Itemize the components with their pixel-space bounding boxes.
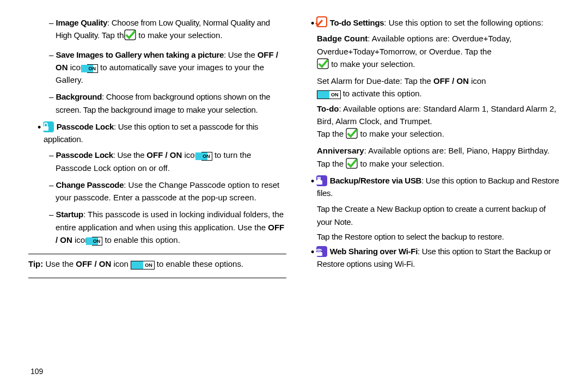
label: Backup/Restore via USB — [330, 176, 421, 185]
label: Background — [56, 92, 102, 101]
text: Tap the — [317, 159, 344, 168]
checkmark-icon — [131, 29, 136, 44]
item-todo-settings: • To-do Settings: Use this option to set… — [302, 16, 560, 29]
item-save-images: – Save Images to Gallery when taking a p… — [28, 48, 286, 87]
label: Passcode Lock — [57, 122, 114, 131]
text: icon — [113, 259, 128, 268]
lock-icon — [43, 121, 54, 132]
svg-rect-6 — [317, 177, 321, 180]
text: icon — [471, 76, 486, 85]
item-background: – Background: Choose from background opt… — [28, 90, 286, 116]
item-startup: – Startup: This passcode is used in lock… — [28, 208, 286, 246]
off-on-label: OFF / ON — [146, 150, 182, 160]
manual-page: – Image Quality: Choose from Low Quality… — [0, 0, 588, 392]
label: To-do — [317, 104, 339, 113]
svg-rect-5 — [316, 180, 322, 185]
text: : Available options are: Standard Alarm … — [317, 104, 556, 126]
svg-rect-7 — [318, 177, 318, 178]
tip-label: Tip: — [28, 259, 43, 268]
label: Image Quality — [56, 18, 107, 27]
left-column: – Image Quality: Choose from Low Quality… — [21, 16, 294, 381]
text: to make your selection. — [360, 129, 444, 138]
text: to make your selection. — [138, 30, 222, 40]
divider — [28, 278, 286, 278]
svg-rect-1 — [43, 126, 48, 131]
text: to make your selection. — [331, 59, 415, 69]
off-on-label: OFF / ON — [433, 76, 469, 85]
item-passcode-lock: • Passcode Lock: Use this option to set … — [28, 120, 286, 146]
text: : Use this option to set the following o… — [384, 18, 543, 27]
usb-icon — [316, 175, 327, 186]
page-number: 109 — [30, 367, 43, 376]
label: Change Passcode — [56, 180, 124, 189]
text: Tap the — [465, 47, 492, 56]
text: Tap the — [317, 129, 344, 138]
tip-line: Tip: Use the OFF / ON icon ON to enable … — [28, 258, 286, 270]
on-toggle-icon: ON — [87, 64, 98, 73]
label: Web Sharing over Wi-Fi — [330, 247, 418, 256]
label: Anniversary — [317, 146, 364, 155]
checkmark-icon — [346, 158, 358, 172]
off-on-label: OFF / ON — [76, 259, 111, 268]
label: Startup — [56, 210, 83, 219]
item-anniversary: Anniversary: Available options are: Bell… — [302, 144, 560, 172]
label: Save Images to Gallery when taking a pic… — [56, 50, 224, 59]
text: to enable these options. — [157, 259, 243, 268]
svg-rect-9 — [316, 252, 322, 256]
on-toggle-icon: ON — [317, 90, 341, 99]
text: Use the — [45, 259, 74, 268]
item-web-sharing: • Web Sharing over Wi-Fi: Use this optio… — [302, 245, 560, 271]
on-toggle-icon: ON — [201, 152, 212, 161]
text: : Use the — [224, 50, 255, 59]
text: Tap the Restore option to select the bac… — [302, 230, 560, 243]
item-badge-count: Badge Count: Available options are: Over… — [302, 32, 560, 72]
item-backup-restore: • Backup/Restore via USB: Use this optio… — [302, 174, 560, 200]
label: Passcode Lock — [56, 150, 113, 160]
item-set-alarm: Set Alarm for Due-date: Tap the OFF / ON… — [302, 75, 560, 100]
label: Badge Count — [317, 34, 367, 43]
text: Tap the Create a New Backup option to cr… — [302, 203, 560, 228]
item-change-passcode: – Change Passcode: Use the Change Passco… — [28, 179, 286, 204]
text: : Available options are: Bell, Piano, Ha… — [364, 146, 549, 155]
text: to make your selection. — [360, 159, 444, 168]
text: to enable this option. — [105, 235, 180, 244]
checkmark-icon — [346, 128, 358, 142]
text: to activate this option. — [343, 89, 422, 98]
label: To-do Settings — [330, 18, 384, 27]
svg-rect-8 — [320, 177, 320, 178]
text: Set Alarm for Due-date: Tap the — [317, 76, 431, 85]
on-toggle-icon: ON — [131, 261, 155, 270]
wifi-icon — [316, 246, 327, 257]
divider — [28, 254, 286, 254]
right-column: • To-do Settings: Use this option to set… — [294, 16, 567, 381]
item-image-quality: – Image Quality: Choose from Low Quality… — [28, 16, 286, 44]
on-toggle-icon: ON — [92, 237, 103, 246]
item-passcode-lock-toggle: – Passcode Lock: Use the OFF / ON icon O… — [28, 149, 286, 174]
item-todo-alarm: To-do: Available options are: Standard A… — [302, 102, 560, 143]
text: Use the — [237, 223, 266, 232]
text: : Use the — [113, 150, 144, 160]
checkmark-icon — [317, 58, 329, 72]
todo-icon — [316, 16, 327, 27]
